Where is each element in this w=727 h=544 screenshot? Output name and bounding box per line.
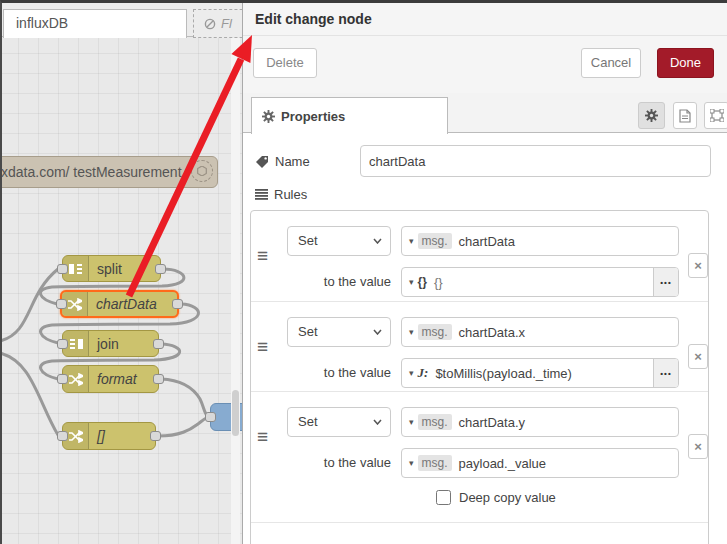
property-value: chartData.y bbox=[452, 415, 525, 430]
appearance-button[interactable] bbox=[704, 102, 727, 129]
flow-tab-influxdb[interactable]: influxDB bbox=[3, 9, 187, 38]
node-label: join bbox=[89, 336, 119, 352]
action-value: Set bbox=[298, 414, 318, 429]
flow-workspace: xdata.com/ testMeasurement split chartDa… bbox=[2, 3, 242, 544]
node-array[interactable]: [] bbox=[62, 422, 156, 450]
workspace-tabbar: influxDB Fl bbox=[2, 3, 242, 37]
type-select-caret[interactable]: ▾ bbox=[402, 236, 418, 246]
done-button[interactable]: Done bbox=[657, 48, 714, 78]
drag-handle-icon[interactable]: ≡ bbox=[257, 342, 268, 352]
remove-rule-button[interactable]: × bbox=[688, 253, 708, 278]
node-label: xdata.com/ testMeasurement bbox=[2, 164, 182, 180]
value-text: payload._value bbox=[452, 456, 546, 471]
drag-handle-icon[interactable]: ≡ bbox=[257, 432, 268, 442]
tab-properties[interactable]: Properties bbox=[251, 97, 448, 134]
type-msg: msg. bbox=[418, 414, 452, 430]
to-the-value-label: to the value bbox=[287, 267, 391, 297]
node-format[interactable]: format bbox=[62, 365, 159, 393]
remove-rule-button[interactable]: × bbox=[688, 434, 708, 459]
action-value: Set bbox=[298, 324, 318, 339]
rule-value-input[interactable]: ▾ J: $toMillis(payload._time) ••• bbox=[401, 358, 679, 388]
drag-handle-icon[interactable]: ≡ bbox=[257, 251, 268, 261]
workspace-scrollbar[interactable] bbox=[231, 38, 240, 544]
rules-empty-area bbox=[251, 522, 708, 544]
output-port[interactable] bbox=[153, 374, 164, 384]
node-label: [] bbox=[89, 428, 105, 444]
chevron-down-icon bbox=[373, 329, 382, 335]
rule-property-input[interactable]: ▾ msg. chartData bbox=[401, 226, 679, 256]
type-select-caret[interactable]: ▾ bbox=[402, 417, 418, 427]
node-split[interactable]: split bbox=[62, 255, 161, 282]
document-icon bbox=[679, 109, 691, 123]
output-port[interactable] bbox=[172, 299, 183, 309]
type-select-caret[interactable]: ▾ bbox=[402, 277, 418, 287]
expand-editor-button[interactable]: ••• bbox=[653, 268, 678, 296]
rules-label-row: Rules bbox=[255, 187, 307, 202]
property-value: chartData bbox=[452, 234, 515, 249]
to-the-value-label: to the value bbox=[287, 448, 391, 478]
input-port[interactable] bbox=[57, 339, 68, 349]
input-port[interactable] bbox=[57, 374, 68, 384]
node-label: chartData bbox=[88, 296, 157, 312]
expand-editor-button[interactable]: ••• bbox=[653, 359, 678, 387]
value-text: {} bbox=[427, 275, 443, 290]
type-msg: msg. bbox=[418, 324, 452, 340]
chevron-down-icon bbox=[373, 419, 382, 425]
properties-view-button[interactable] bbox=[638, 102, 665, 129]
flow-tab-disabled[interactable]: Fl bbox=[193, 9, 242, 38]
type-select-caret[interactable]: ▾ bbox=[402, 327, 418, 337]
value-text: $toMillis(payload._time) bbox=[428, 366, 572, 381]
list-icon bbox=[255, 189, 268, 200]
deep-copy-label: Deep copy value bbox=[459, 490, 556, 505]
delete-button[interactable]: Delete bbox=[253, 48, 317, 78]
output-port[interactable] bbox=[153, 339, 164, 349]
input-port[interactable] bbox=[57, 264, 68, 274]
type-msg: msg. bbox=[418, 233, 452, 249]
type-json: {} bbox=[418, 275, 427, 289]
rule-row-1: ≡ Set ▾ msg. chartData to the value ▾ {}… bbox=[251, 211, 708, 301]
deep-copy-checkbox[interactable] bbox=[436, 490, 451, 505]
rule-action-select[interactable]: Set bbox=[287, 317, 391, 347]
name-label-row: Name bbox=[255, 146, 310, 176]
type-select-caret[interactable]: ▾ bbox=[402, 458, 418, 468]
disabled-icon bbox=[204, 18, 216, 30]
description-button[interactable] bbox=[673, 102, 697, 129]
rule-action-select[interactable]: Set bbox=[287, 226, 391, 256]
gear-icon bbox=[645, 109, 658, 122]
rule-value-input[interactable]: ▾ msg. payload._value bbox=[401, 448, 679, 478]
gear-icon bbox=[262, 110, 275, 123]
output-port[interactable] bbox=[155, 264, 166, 274]
cancel-button[interactable]: Cancel bbox=[581, 48, 641, 78]
node-join[interactable]: join bbox=[62, 330, 159, 357]
influxdb-cloud-icon bbox=[191, 160, 213, 182]
output-port[interactable] bbox=[150, 431, 161, 441]
rule-property-input[interactable]: ▾ msg. chartData.y bbox=[401, 407, 679, 437]
to-the-value-label: to the value bbox=[287, 358, 391, 388]
action-value: Set bbox=[298, 233, 318, 248]
remove-rule-button[interactable]: × bbox=[688, 344, 708, 369]
property-value: chartData.x bbox=[452, 325, 525, 340]
node-influxdb-out[interactable]: xdata.com/ testMeasurement bbox=[2, 156, 218, 188]
name-label: Name bbox=[275, 154, 310, 169]
name-input[interactable] bbox=[360, 145, 711, 177]
rule-row-3: ≡ Set ▾ msg. chartData.y to the value ▾ … bbox=[251, 391, 708, 522]
rule-value-input[interactable]: ▾ {} {} ••• bbox=[401, 267, 679, 297]
scrollbar-thumb[interactable] bbox=[232, 390, 239, 436]
node-label: format bbox=[89, 371, 137, 387]
dialog-button-row: Delete Cancel Done bbox=[243, 36, 727, 93]
rule-action-select[interactable]: Set bbox=[287, 407, 391, 437]
dialog-tabbar: Properties bbox=[243, 93, 727, 133]
type-select-caret[interactable]: ▾ bbox=[402, 368, 418, 378]
chevron-down-icon bbox=[373, 238, 382, 244]
rule-property-input[interactable]: ▾ msg. chartData.x bbox=[401, 317, 679, 347]
tag-icon bbox=[255, 155, 269, 168]
node-chartdata[interactable]: chartData bbox=[60, 290, 179, 318]
input-port[interactable] bbox=[205, 412, 216, 422]
type-msg: msg. bbox=[418, 455, 452, 471]
rules-label: Rules bbox=[274, 187, 307, 202]
tab-label: Fl bbox=[221, 16, 232, 31]
input-port[interactable] bbox=[57, 431, 68, 441]
edit-dialog: Edit change node Delete Cancel Done Prop… bbox=[242, 3, 727, 544]
input-port[interactable] bbox=[56, 299, 67, 309]
type-jsonata: J: bbox=[418, 365, 429, 381]
